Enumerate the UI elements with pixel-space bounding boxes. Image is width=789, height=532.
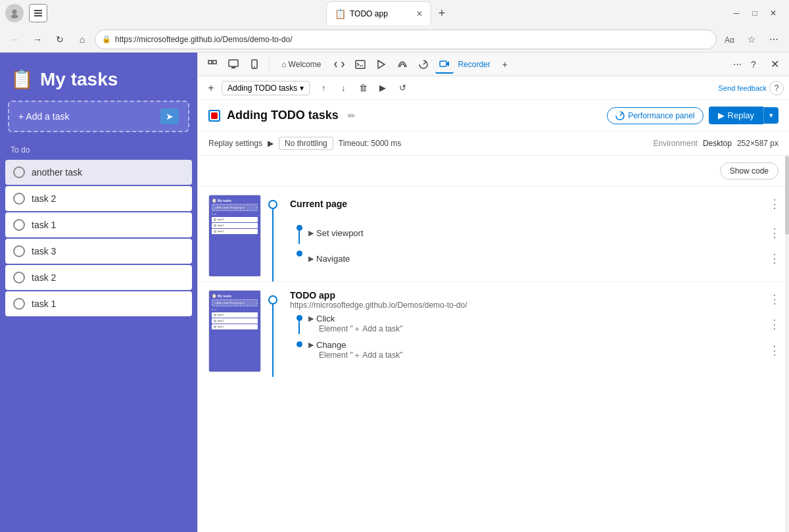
window-controls: ─ □ ✕ bbox=[731, 8, 778, 18]
favorites-btn[interactable]: ☆ bbox=[742, 30, 761, 49]
step1-title: Current page bbox=[290, 199, 765, 209]
send-feedback-link[interactable]: Send feedback bbox=[719, 84, 767, 92]
navigate-more-btn[interactable]: ⋮ bbox=[765, 249, 784, 268]
close-btn[interactable]: ✕ bbox=[768, 8, 778, 18]
svg-rect-3 bbox=[34, 12, 42, 14]
close-devtools-btn[interactable]: ✕ bbox=[765, 55, 784, 74]
expand-arrow-change: ▶ bbox=[308, 341, 314, 349]
back-btn[interactable]: ← bbox=[5, 30, 25, 49]
tab-close-btn[interactable]: ✕ bbox=[416, 9, 423, 18]
add-panel-btn[interactable]: + bbox=[496, 55, 514, 74]
replay-button-group: ▶ Replay ▾ bbox=[709, 107, 778, 124]
minimize-btn[interactable]: ─ bbox=[731, 8, 742, 18]
viewport-more-btn[interactable]: ⋮ bbox=[765, 224, 784, 242]
recorder-add-btn[interactable]: + bbox=[203, 80, 219, 96]
user-avatar[interactable] bbox=[5, 4, 24, 22]
element-picker-tool[interactable] bbox=[203, 55, 222, 74]
step1-thumbnail: 📋 My tasks + Add a task Thr typing ta To… bbox=[208, 195, 261, 277]
task-item[interactable]: task 2 bbox=[5, 265, 192, 290]
play-btn[interactable]: ▶ bbox=[374, 80, 391, 97]
help-btn[interactable]: ? bbox=[744, 55, 763, 74]
sub-step-navigate: ▶ Navigate ⋮ bbox=[290, 249, 784, 268]
active-tab[interactable]: 📋 TODO app ✕ bbox=[326, 1, 431, 25]
tab-title: TODO app bbox=[350, 9, 388, 18]
task-checkbox[interactable] bbox=[13, 219, 25, 231]
delete-btn[interactable]: 🗑 bbox=[354, 80, 371, 97]
add-task-button[interactable]: + Add a task ➤ bbox=[8, 101, 189, 132]
more-options-btn[interactable]: ⋯ bbox=[733, 59, 742, 69]
show-code-bar: Show code bbox=[198, 156, 789, 187]
task-item[interactable]: another task bbox=[5, 160, 192, 185]
browser-menu-btn[interactable]: ⋯ bbox=[764, 30, 784, 49]
task-item[interactable]: task 1 bbox=[5, 291, 192, 316]
home-btn[interactable]: ⌂ bbox=[72, 30, 92, 49]
edit-title-icon[interactable]: ✏ bbox=[348, 110, 356, 121]
recording-selector[interactable]: Adding TODO tasks ▾ bbox=[222, 81, 310, 95]
task-checkbox[interactable] bbox=[13, 193, 25, 205]
maximize-btn[interactable]: □ bbox=[750, 8, 760, 18]
todo-app-title: My tasks bbox=[40, 69, 118, 90]
step1-content: Current page ⋮ bbox=[285, 195, 789, 268]
show-code-btn[interactable]: Show code bbox=[720, 162, 778, 180]
replay-dropdown-btn[interactable]: ▾ bbox=[763, 107, 778, 124]
throttle-badge[interactable]: No throttling bbox=[279, 137, 333, 150]
click-line bbox=[299, 321, 300, 334]
move-down-btn[interactable]: ↓ bbox=[335, 80, 352, 97]
steps-scrollbar[interactable] bbox=[785, 156, 789, 532]
read-aloud-btn[interactable]: Aα bbox=[719, 30, 739, 49]
tab-debugger[interactable] bbox=[372, 55, 391, 74]
tab-console[interactable] bbox=[351, 55, 370, 74]
task-label: task 1 bbox=[32, 299, 56, 309]
viewport-dot bbox=[297, 225, 302, 231]
click-label: ▶ Click bbox=[308, 314, 402, 324]
performance-panel-btn[interactable]: Performance panel bbox=[607, 107, 703, 124]
step1-more-btn[interactable]: ⋮ bbox=[765, 195, 784, 213]
change-more-btn[interactable]: ⋮ bbox=[765, 341, 784, 360]
replay-main-btn[interactable]: ▶ Replay bbox=[709, 107, 763, 124]
click-dot bbox=[297, 315, 302, 321]
tab-recorder-label: Recorder bbox=[458, 60, 490, 69]
task-item[interactable]: task 3 bbox=[5, 239, 192, 264]
click-more-btn[interactable]: ⋮ bbox=[765, 315, 784, 333]
add-task-arrow-icon: ➤ bbox=[160, 109, 179, 124]
viewport-line bbox=[299, 231, 300, 244]
settings-expand-icon[interactable]: ▶ bbox=[268, 139, 274, 148]
task-label: task 2 bbox=[32, 193, 56, 204]
address-bar[interactable]: 🔒 https://microsoftedge.github.io/Demos/… bbox=[95, 30, 717, 49]
recorder-help-btn[interactable]: ? bbox=[769, 81, 784, 95]
inspect-tool[interactable] bbox=[224, 55, 243, 74]
move-up-btn[interactable]: ↑ bbox=[315, 80, 332, 97]
task-label: another task bbox=[32, 167, 82, 178]
step2-more-btn[interactable]: ⋮ bbox=[765, 290, 784, 308]
loop-btn[interactable]: ↺ bbox=[394, 80, 411, 97]
new-tab-button[interactable]: + bbox=[431, 3, 452, 24]
recording-selector-label: Adding TODO tasks bbox=[227, 84, 297, 93]
sidebar-toggle-btn[interactable] bbox=[29, 4, 47, 22]
task-checkbox[interactable] bbox=[13, 272, 25, 283]
device-tool[interactable] bbox=[245, 55, 264, 74]
refresh-btn[interactable]: ↻ bbox=[50, 30, 70, 49]
tab-welcome[interactable]: ⌂ Welcome bbox=[275, 57, 327, 72]
task-item[interactable]: task 2 bbox=[5, 186, 192, 211]
scrollbar-thumb[interactable] bbox=[785, 156, 789, 235]
navigation-bar: ← → ↻ ⌂ 🔒 https://microsoftedge.github.i… bbox=[0, 26, 789, 53]
task-checkbox[interactable] bbox=[13, 166, 25, 178]
todo-section-label: To do bbox=[0, 143, 197, 160]
timeout-badge: Timeout: 5000 ms bbox=[339, 139, 402, 148]
sub-step-click: ▶ Click Element "＋ Add a task" ⋮ bbox=[290, 314, 784, 335]
forward-btn[interactable]: → bbox=[28, 30, 47, 49]
replay-settings-right: Environment Desktop 252×587 px bbox=[654, 139, 778, 148]
tab-performance[interactable] bbox=[414, 55, 433, 74]
step2-timeline-circle bbox=[268, 295, 277, 304]
devtools-panel: ⌂ Welcome bbox=[197, 53, 789, 532]
svg-rect-7 bbox=[213, 60, 216, 64]
step2-subtitle: https://microsoftedge.github.io/Demos/de… bbox=[290, 301, 765, 310]
task-checkbox[interactable] bbox=[13, 245, 25, 257]
title-bar-left bbox=[5, 4, 47, 22]
task-item[interactable]: task 1 bbox=[5, 212, 192, 237]
tab-recorder-btn[interactable] bbox=[435, 55, 454, 74]
lock-icon: 🔒 bbox=[102, 35, 111, 43]
tab-network[interactable] bbox=[393, 55, 412, 74]
tab-code[interactable] bbox=[330, 55, 348, 74]
task-checkbox[interactable] bbox=[13, 298, 25, 310]
